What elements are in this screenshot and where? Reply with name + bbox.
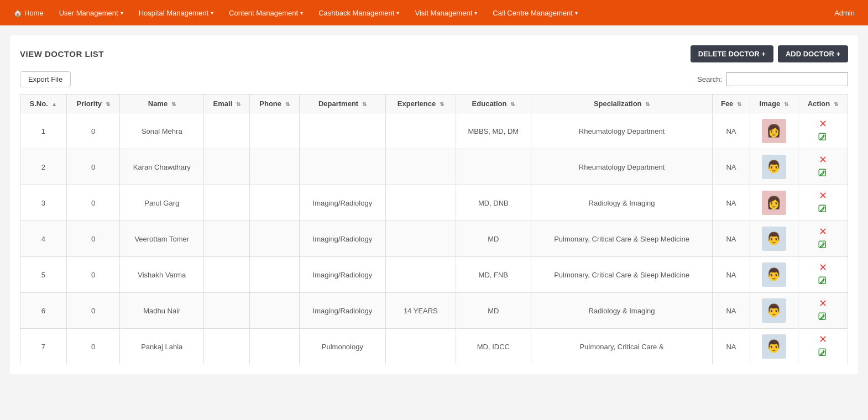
navbar: 🏠 Home User Management ▾ Hospital Manage… [0,0,868,25]
col-priority[interactable]: Priority ⇅ [66,95,120,113]
sort-icon-priority: ⇅ [106,101,110,107]
cell-image: 👨 [750,221,798,257]
cell-sno: 2 [20,149,67,185]
cell-fee: NA [713,293,750,329]
edit-icon[interactable] [818,348,828,360]
nav-user-management-label: User Management [59,9,118,17]
edit-icon[interactable] [818,204,828,216]
col-sno[interactable]: S.No. ▲ [20,95,67,113]
action-cell: ✕ [803,333,843,360]
action-cell: ✕ [803,297,843,324]
nav-hospital-management[interactable]: Hospital Management ▾ [131,0,221,25]
col-education[interactable]: Education ⇅ [456,95,531,113]
header-buttons: DELETE DOCTOR + ADD DOCTOR + [691,45,848,62]
cell-department: Imaging/Radiology [299,185,385,221]
cell-name: Pankaj Lahia [120,329,204,365]
cell-email [204,257,250,293]
delete-icon[interactable]: ✕ [819,297,827,309]
edit-icon[interactable] [818,168,828,180]
cell-image: 👨 [750,293,798,329]
col-specialization[interactable]: Specialization ⇅ [531,95,712,113]
table-row: 1 0 Sonal Mehra MBBS, MD, DM Rheumatolog… [20,113,848,149]
col-email[interactable]: Email ⇅ [204,95,250,113]
chevron-down-icon: ▾ [575,10,578,16]
nav-visit-management[interactable]: Visit Management ▾ [407,0,485,25]
sort-icon-image: ⇅ [784,101,788,107]
cell-department [299,113,385,149]
cell-department: Imaging/Radiology [299,221,385,257]
table-row: 3 0 Parul Garg Imaging/Radiology MD, DNB… [20,185,848,221]
admin-label: Admin [834,9,855,17]
cell-specialization: Radiology & Imaging [531,293,712,329]
cell-experience [386,149,456,185]
cell-action: ✕ [798,329,848,365]
col-department[interactable]: Department ⇅ [299,95,385,113]
sort-icon-department: ⇅ [362,101,367,107]
cell-sno: 7 [20,329,67,365]
col-fee[interactable]: Fee ⇅ [713,95,750,113]
nav-user-management[interactable]: User Management ▾ [51,0,131,25]
col-name[interactable]: Name ⇅ [120,95,204,113]
nav-call-centre-management[interactable]: Call Centre Management ▾ [485,0,585,25]
nav-call-centre-management-label: Call Centre Management [493,9,573,17]
sort-icon-action: ⇅ [834,101,838,107]
cell-image: 👨 [750,329,798,365]
cell-email [204,221,250,257]
nav-home[interactable]: 🏠 Home [6,0,51,25]
col-action[interactable]: Action ⇅ [798,95,848,113]
col-experience[interactable]: Experience ⇅ [386,95,456,113]
cell-specialization: Rheumatology Department [531,113,712,149]
cell-phone [250,221,299,257]
cell-education: MD [456,293,531,329]
cell-fee: NA [713,329,750,365]
delete-icon[interactable]: ✕ [819,225,827,238]
nav-hospital-management-label: Hospital Management [139,9,208,17]
cell-sno: 1 [20,113,67,149]
cell-email [204,293,250,329]
table-row: 5 0 Vishakh Varma Imaging/Radiology MD, … [20,257,848,293]
col-phone[interactable]: Phone ⇅ [250,95,299,113]
nav-content-management[interactable]: Content Management ▾ [221,0,311,25]
cell-sno: 6 [20,293,67,329]
cell-priority: 0 [66,329,120,365]
chevron-down-icon: ▾ [474,10,477,16]
col-image[interactable]: Image ⇅ [750,95,798,113]
avatar: 👩 [762,119,786,143]
add-doctor-button[interactable]: ADD DOCTOR + [778,45,848,62]
cell-fee: NA [713,221,750,257]
cell-sno: 4 [20,221,67,257]
cell-department: Pulmonology [299,329,385,365]
edit-icon[interactable] [818,312,828,324]
avatar: 👨 [762,155,786,179]
delete-doctor-button[interactable]: DELETE DOCTOR + [691,45,773,62]
cell-fee: NA [713,149,750,185]
cell-education: MD, IDCC [456,329,531,365]
chevron-down-icon: ▾ [211,10,213,16]
delete-icon[interactable]: ✕ [819,190,827,202]
cell-name: Madhu Nair [120,293,204,329]
nav-admin[interactable]: Admin [827,0,862,25]
search-input[interactable] [726,72,848,86]
search-area: Search: [697,72,848,86]
delete-icon[interactable]: ✕ [819,118,827,130]
nav-cashback-management[interactable]: Cashback Management ▾ [311,0,407,25]
cell-action: ✕ [798,149,848,185]
edit-icon[interactable] [818,132,828,144]
cell-fee: NA [713,185,750,221]
edit-icon[interactable] [818,240,828,252]
delete-icon[interactable]: ✕ [819,261,827,274]
page-title: VIEW DOCTOR LIST [20,49,104,59]
cell-email [204,185,250,221]
cell-sno: 3 [20,185,67,221]
sort-icon-name: ⇅ [171,101,176,107]
toolbar: Export File Search: [20,71,848,87]
cell-priority: 0 [66,113,120,149]
table-row: 6 0 Madhu Nair Imaging/Radiology 14 YEAR… [20,293,848,329]
edit-icon[interactable] [818,276,828,288]
delete-icon[interactable]: ✕ [819,333,827,345]
cell-name: Karan Chawdhary [120,149,204,185]
avatar: 👨 [762,262,786,287]
export-file-button[interactable]: Export File [20,71,71,87]
delete-icon[interactable]: ✕ [819,154,827,166]
avatar: 👨 [762,227,786,251]
